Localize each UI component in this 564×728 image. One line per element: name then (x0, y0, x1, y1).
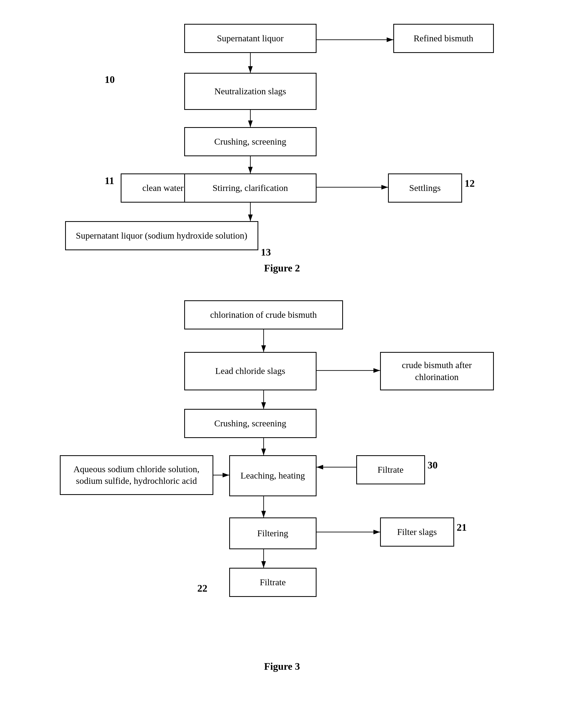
label-11: 11 (105, 175, 114, 186)
label-10: 10 (105, 74, 115, 85)
box-supernatant-top: Supernatant liquor (184, 24, 316, 53)
label-21: 21 (457, 521, 467, 533)
box-neutralization-slags: Neutralization slags (184, 73, 316, 110)
figure2-container: Supernatant liquor Refined bismuth 10 Ne… (21, 16, 543, 274)
box-crushing-screening-3: Crushing, screening (184, 409, 316, 438)
label-30: 30 (428, 459, 438, 471)
box-filtrate-bottom: Filtrate (229, 568, 316, 597)
box-crude-bismuth-after: crude bismuth after chlorination (380, 352, 494, 390)
box-stirring-clarification: Stirring, clarification (184, 173, 316, 203)
label-12: 12 (465, 177, 475, 189)
box-lead-chloride: Lead chloride slags (184, 352, 316, 390)
box-aqueous-solution: Aqueous sodium chloride solution, sodium… (60, 455, 213, 495)
box-supernatant-bottom: Supernatant liquor (sodium hydroxide sol… (65, 221, 258, 250)
box-filtering: Filtering (229, 517, 316, 549)
figure3-container: chlorination of crude bismuth Lead chlor… (21, 295, 543, 672)
box-settlings: Settlings (388, 173, 462, 203)
box-leaching-heating: Leaching, heating (229, 455, 316, 496)
figure2-diagram: Supernatant liquor Refined bismuth 10 Ne… (44, 16, 520, 254)
box-refined-bismuth: Refined bismuth (393, 24, 494, 53)
box-chlorination: chlorination of crude bismuth (184, 300, 343, 329)
figure3-caption: Figure 3 (264, 660, 300, 672)
box-crushing-screening: Crushing, screening (184, 127, 316, 156)
box-filtrate-top: Filtrate (356, 455, 425, 484)
figure2-caption: Figure 2 (264, 262, 300, 274)
label-22: 22 (198, 582, 208, 594)
box-filter-slags: Filter slags (380, 517, 454, 547)
label-13: 13 (261, 246, 271, 258)
figure3-diagram: chlorination of crude bismuth Lead chlor… (44, 295, 520, 653)
